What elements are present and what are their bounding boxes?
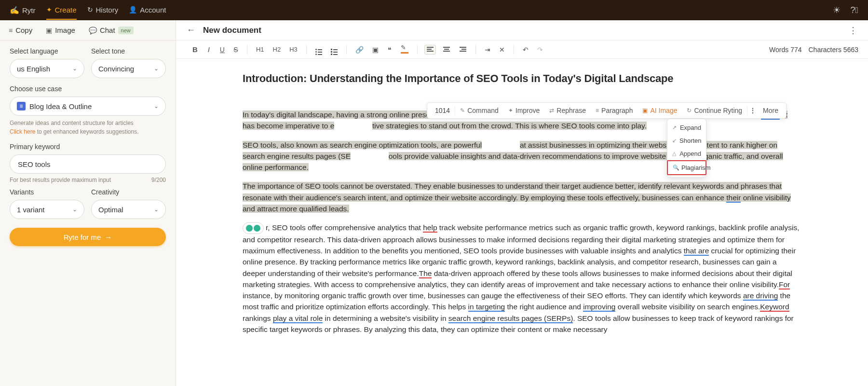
shorten-option[interactable]: ↙Shorten [667,134,706,147]
align-left-button[interactable] [424,45,436,55]
language-label: Select language [10,47,84,55]
sparkle-icon: ✦ [508,107,513,114]
theme-toggle-icon[interactable]: ☀ [833,5,841,15]
shorten-icon: ↙ [672,138,677,144]
redo-button[interactable]: ↷ [535,44,545,55]
paragraph[interactable]: SEO tools, also known as search engine o… [243,139,801,173]
undo-button[interactable]: ↶ [521,44,530,55]
doc-menu-button[interactable]: ⋮ [849,25,857,36]
continue-button[interactable]: ↻Continue Ryting [682,103,747,118]
history-icon: ↻ [87,6,93,14]
keyword-input[interactable] [10,154,166,174]
continue-icon: ↻ [687,107,692,114]
clear-format-button[interactable]: ✕ [497,44,507,55]
more-menu-icon[interactable]: ⋮ [747,107,758,114]
chat-icon: 💬 [89,27,97,34]
tab-image[interactable]: ▣ Image [46,26,75,34]
sidebar: ≡ Copy ▣ Image 💬 Chat new Select languag… [0,20,176,386]
language-select[interactable]: us English ⌄ [10,59,84,78]
keyword-label: Primary keyword [10,143,166,151]
nav-create[interactable]: ✦ Create [46,1,77,20]
bullet-list-button[interactable] [313,42,324,57]
variants-select[interactable]: 1 variant ⌄ [10,200,84,219]
doc-heading[interactable]: Introduction: Understanding the Importan… [243,72,801,85]
h1-button[interactable]: H1 [254,44,266,55]
wand-icon: ✎ [460,107,465,114]
user-icon: 👤 [129,6,137,14]
suggestion-pill[interactable] [243,222,264,234]
brand-label: Rytr [22,6,36,14]
tab-chat[interactable]: 💬 Chat new [89,26,134,34]
doc-stats: Words 774 Characters 5663 [769,46,858,54]
usecase-select[interactable]: ≡ Blog Idea & Outline ⌄ [10,96,166,116]
paragraph-button[interactable]: ≡Paragraph [591,103,637,118]
topbar-nav: ✍ Rytr ✦ Create ↻ History 👤 Account [10,1,166,20]
underline-button[interactable]: U [218,44,227,55]
paragraph-icon: ≡ [596,107,599,114]
paragraph[interactable]: r, SEO tools offer comprehensive analyti… [243,222,801,335]
back-button[interactable]: ← [187,25,195,35]
highlight-button[interactable] [399,43,410,56]
topbar: ✍ Rytr ✦ Create ↻ History 👤 Account ☀ ?⃝ [0,0,868,20]
expand-option[interactable]: ↗Expand [667,121,706,134]
chevron-down-icon: ⌄ [154,103,159,110]
align-right-button[interactable] [457,45,469,55]
improve-button[interactable]: ✦Improve [503,103,545,118]
topbar-right: ☀ ?⃝ [833,5,858,15]
h2-button[interactable]: H2 [271,44,283,55]
command-button[interactable]: ✎Command [455,103,503,118]
append-icon: △ [672,151,677,157]
more-dropdown: ↗Expand ↙Shorten △Append 🔍Plagiarism [667,119,706,178]
usecase-icon: ≡ [17,102,26,110]
variants-label: Variants [10,188,84,196]
brand[interactable]: ✍ Rytr [10,6,36,15]
image-icon: ▣ [46,27,52,34]
rephrase-button[interactable]: ⇄Rephrase [544,103,591,118]
strike-button[interactable]: S [231,44,240,55]
plagiarism-icon: 🔍 [673,165,678,171]
italic-button[interactable]: I [204,43,213,55]
brand-icon: ✍ [10,6,19,15]
plagiarism-option[interactable]: 🔍Plagiarism [667,160,706,175]
arrow-right-icon: → [105,233,112,241]
more-button[interactable]: More [758,103,783,118]
number-list-button[interactable] [329,42,339,57]
toolbar: B I U S H1 H2 H3 🔗 ▣ ❝ [176,41,868,59]
expand-icon: ↗ [672,124,677,131]
new-badge: new [118,27,134,34]
creativity-select[interactable]: Optimal ⌄ [91,200,166,219]
help-icon[interactable]: ?⃝ [850,5,858,15]
tab-copy[interactable]: ≡ Copy [9,26,32,34]
selection-toolbar: 1014 ✎Command ✦Improve ⇄Rephrase ≡Paragr… [427,102,787,119]
keywords-link[interactable]: Click here [10,128,35,135]
nav-account[interactable]: 👤 Account [129,1,166,20]
keyword-counter: 9/200 [151,177,166,183]
quote-button[interactable]: ❝ [385,44,394,55]
paragraph[interactable]: The importance of SEO tools cannot be ov… [243,180,801,214]
keyword-helper: For best results provide maximum input [10,177,111,183]
usecase-label: Choose use case [10,85,166,93]
bold-button[interactable]: B [190,43,200,55]
chevron-down-icon: ⌄ [72,65,77,72]
indent-button[interactable]: ⇥ [483,44,492,55]
ryte-button[interactable]: Ryte for me → [10,228,166,246]
ai-image-icon: ▣ [642,107,648,114]
rephrase-icon: ⇄ [549,107,554,114]
usecase-helper: Generate ideas and content structure for… [10,119,166,136]
sidebar-tabs: ≡ Copy ▣ Image 💬 Chat new [0,20,176,41]
selection-count: 1014 [430,107,455,114]
editor-pane: ← New document ⋮ B I U S H1 H2 H3 [176,20,868,386]
doc-title[interactable]: New document [203,26,261,35]
lines-icon: ≡ [9,27,13,34]
align-center-button[interactable] [441,45,452,55]
append-option[interactable]: △Append [667,147,706,160]
chevron-down-icon: ⌄ [154,206,159,213]
ai-image-button[interactable]: ▣AI Image [637,103,682,118]
tone-select[interactable]: Convincing ⌄ [91,59,166,78]
h3-button[interactable]: H3 [287,44,299,55]
creativity-label: Creativity [91,188,166,196]
insert-image-button[interactable]: ▣ [370,44,380,55]
link-button[interactable]: 🔗 [353,44,366,55]
nav-history[interactable]: ↻ History [87,1,119,20]
sparkle-icon: ✦ [46,6,52,14]
